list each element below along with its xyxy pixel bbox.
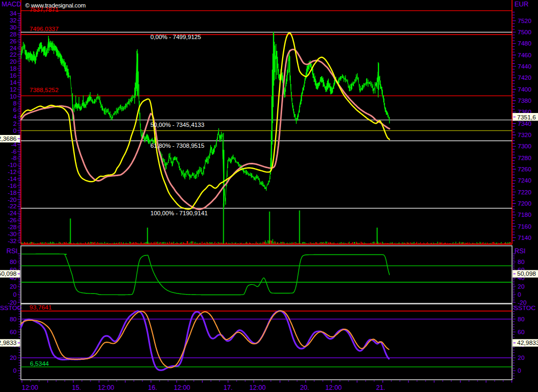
svg-text:7460: 7460 <box>518 52 532 58</box>
svg-text:EUR: EUR <box>514 1 528 8</box>
svg-text:SSTOC: SSTOC <box>514 304 536 312</box>
svg-text:100,00% - 7190,9141: 100,00% - 7190,9141 <box>150 210 208 216</box>
svg-text:7380: 7380 <box>518 97 532 104</box>
svg-text:12:00: 12:00 <box>22 384 39 391</box>
svg-text:-22: -22 <box>7 203 17 209</box>
svg-text:20: 20 <box>10 58 17 65</box>
svg-text:MACD: MACD <box>2 1 21 8</box>
svg-text:7351,6: 7351,6 <box>517 114 536 120</box>
svg-text:7140: 7140 <box>518 235 532 241</box>
svg-text:7220: 7220 <box>518 189 532 195</box>
svg-text:21.: 21. <box>376 384 385 391</box>
svg-text:0: 0 <box>13 127 17 134</box>
svg-text:-26: -26 <box>7 217 17 223</box>
svg-text:7280: 7280 <box>518 155 532 161</box>
svg-text:7260: 7260 <box>518 166 532 172</box>
svg-text:60: 60 <box>518 329 525 335</box>
svg-text:14: 14 <box>10 79 17 86</box>
svg-text:20: 20 <box>518 283 525 290</box>
svg-text:61,80% - 7308,9515: 61,80% - 7308,9515 <box>150 142 204 149</box>
svg-text:-6: -6 <box>11 148 17 155</box>
svg-text:30: 30 <box>10 24 17 31</box>
svg-text:26: 26 <box>10 38 17 44</box>
svg-text:7240: 7240 <box>518 177 532 184</box>
svg-text:2,3686: 2,3686 <box>0 135 17 142</box>
svg-text:60: 60 <box>10 329 17 335</box>
svg-text:-28: -28 <box>7 224 17 230</box>
svg-text:RSI: RSI <box>514 247 526 255</box>
svg-text:93,7641: 93,7641 <box>29 304 52 311</box>
svg-text:7500: 7500 <box>518 29 532 35</box>
svg-text:10: 10 <box>10 93 17 100</box>
svg-text:24: 24 <box>10 45 17 51</box>
svg-text:34: 34 <box>10 10 17 17</box>
svg-text:7480: 7480 <box>518 40 532 47</box>
svg-text:50,098: 50,098 <box>517 270 536 277</box>
svg-text:50,00% - 7345,4133: 50,00% - 7345,4133 <box>150 122 204 128</box>
svg-text:7160: 7160 <box>518 223 532 230</box>
svg-text:20: 20 <box>10 355 17 361</box>
svg-text:80: 80 <box>10 259 17 265</box>
svg-text:7300: 7300 <box>518 143 532 149</box>
svg-text:42,9833: 42,9833 <box>517 340 538 346</box>
svg-text:0,00% - 7499,9125: 0,00% - 7499,9125 <box>150 34 201 40</box>
svg-text:7520: 7520 <box>518 18 532 24</box>
svg-text:-14: -14 <box>7 176 17 182</box>
svg-text:18: 18 <box>10 65 17 72</box>
svg-text:20: 20 <box>518 355 525 361</box>
svg-text:6: 6 <box>13 107 17 113</box>
svg-text:7388,5252: 7388,5252 <box>29 87 58 93</box>
svg-text:12:00: 12:00 <box>325 384 342 391</box>
svg-text:6,5344: 6,5344 <box>30 360 49 367</box>
svg-text:7200: 7200 <box>518 200 532 207</box>
svg-text:50,098: 50,098 <box>0 270 17 277</box>
svg-text:RSI: RSI <box>6 247 18 255</box>
svg-text:-32: -32 <box>7 238 17 244</box>
svg-text:17.: 17. <box>224 384 233 391</box>
svg-text:0: 0 <box>13 291 17 298</box>
svg-text:2,9833: 2,9833 <box>0 340 17 346</box>
svg-text:16: 16 <box>10 72 17 79</box>
svg-text:80: 80 <box>10 316 17 322</box>
svg-text:16.: 16. <box>148 384 157 391</box>
svg-text:-10: -10 <box>7 162 17 168</box>
svg-text:-18: -18 <box>7 190 17 196</box>
svg-text:80: 80 <box>518 259 525 265</box>
svg-text:7180: 7180 <box>518 212 532 218</box>
svg-text:0: 0 <box>518 367 521 374</box>
svg-text:7496,0337: 7496,0337 <box>29 26 58 32</box>
svg-text:7340: 7340 <box>518 120 532 127</box>
svg-text:4: 4 <box>13 114 17 120</box>
svg-text:-12: -12 <box>7 169 17 175</box>
svg-text:22: 22 <box>10 51 17 58</box>
svg-text:15.: 15. <box>72 384 81 391</box>
svg-text:20: 20 <box>10 283 17 290</box>
svg-text:32: 32 <box>10 17 17 24</box>
svg-text:2: 2 <box>13 120 17 127</box>
svg-text:© www.tradesignal.com: © www.tradesignal.com <box>25 2 86 9</box>
svg-text:8: 8 <box>13 100 17 107</box>
svg-text:7400: 7400 <box>518 86 532 93</box>
svg-text:7420: 7420 <box>518 74 532 81</box>
svg-text:12:00: 12:00 <box>174 384 191 391</box>
svg-text:12:00: 12:00 <box>249 384 266 391</box>
svg-text:-8: -8 <box>11 155 17 161</box>
svg-text:-24: -24 <box>7 210 17 216</box>
svg-text:-16: -16 <box>7 183 17 189</box>
svg-text:7440: 7440 <box>518 63 532 70</box>
svg-text:80: 80 <box>518 316 525 322</box>
svg-text:0: 0 <box>518 291 521 298</box>
svg-text:28: 28 <box>10 31 17 37</box>
svg-text:-20: -20 <box>7 197 17 203</box>
svg-text:SSTOC: SSTOC <box>0 304 22 312</box>
svg-text:7320: 7320 <box>518 132 532 138</box>
svg-text:12: 12 <box>10 86 17 93</box>
svg-text:12:00: 12:00 <box>98 384 115 391</box>
svg-text:20.: 20. <box>300 384 309 391</box>
svg-text:-30: -30 <box>7 231 17 237</box>
svg-text:0: 0 <box>13 367 17 374</box>
